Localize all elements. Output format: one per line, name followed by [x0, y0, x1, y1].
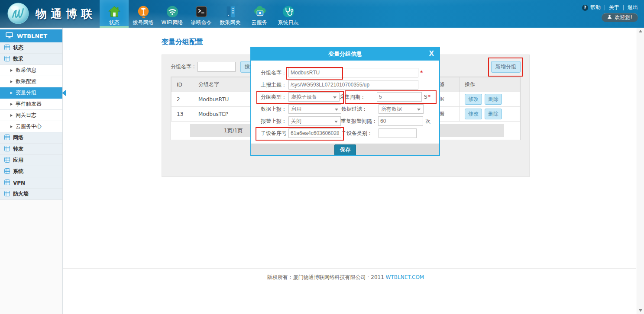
top-nav: 状态 拨号网络 — [100, 0, 303, 28]
welcome-button[interactable]: 欢迎您! — [602, 13, 638, 22]
col-id: ID — [172, 77, 193, 92]
field-label: 数据过滤： — [341, 106, 379, 113]
field-label: 分组类型： — [261, 93, 288, 101]
selected-option: 所有数据 — [381, 106, 402, 113]
sidebar-item-data-config[interactable]: 数采配置 — [0, 76, 62, 87]
sidebar-item-label: 网关日志 — [16, 112, 36, 119]
divider — [623, 5, 624, 10]
close-icon[interactable]: X — [429, 50, 434, 58]
tab-diagnostic-command[interactable]: 诊断命令 — [187, 0, 216, 28]
dialog-footer: 保存 — [251, 144, 439, 155]
sidebar: WTBLNET 状态 数采 数采信息 数采配置 变量分组 事件触发器 网关日 — [0, 28, 63, 314]
scrollbar[interactable] — [637, 28, 644, 314]
terminal-icon — [194, 3, 208, 19]
caret-right-icon — [10, 92, 13, 94]
dialog-titlebar: 变量分组信息 X — [251, 48, 439, 61]
logout-link[interactable]: 退出 — [628, 4, 638, 11]
col-actions: 操作 — [460, 77, 520, 92]
sidebar-item-firewall[interactable]: 防火墙 — [0, 189, 62, 200]
sidebar-item-cloud-center[interactable]: 云服务中心 — [0, 121, 62, 132]
sidebar-item-data-info[interactable]: 数采信息 — [0, 65, 62, 76]
sidebar-item-variable-group[interactable]: 变量分组 — [0, 87, 62, 99]
topbar: 物通博联 状态 — [0, 0, 644, 28]
collect-period-input[interactable] — [377, 92, 422, 102]
tab-cloud-service[interactable]: 云服务 — [245, 0, 274, 28]
sidebar-item-application[interactable]: 应用 — [0, 155, 62, 166]
caret-right-icon — [10, 80, 13, 83]
add-group-button[interactable]: 新增分组 — [491, 61, 521, 73]
tab-data-gateway[interactable]: 数采网关 — [216, 0, 245, 28]
tab-system-log[interactable]: 系统日志 — [274, 0, 303, 28]
home-icon — [107, 3, 121, 19]
field-label: 分组名字： — [261, 69, 288, 77]
tab-status[interactable]: 状态 — [100, 0, 129, 28]
sidebar-item-vpn[interactable]: VPN — [0, 177, 62, 189]
server-icon — [223, 3, 237, 19]
sidebar-item-label: 事件触发器 — [16, 100, 42, 108]
sidebar-item-forward[interactable]: 转发 — [0, 144, 62, 155]
caret-right-icon — [10, 69, 13, 72]
alarm-report-select[interactable]: 关闭 — [288, 116, 341, 126]
sub-device-type-input[interactable] — [379, 128, 417, 138]
help-link[interactable]: 帮助 — [590, 4, 601, 11]
sidebar-item-label: VPN — [13, 180, 25, 186]
sidebar-item-label: 数采 — [13, 55, 23, 63]
save-button[interactable]: 保存 — [334, 144, 356, 155]
selected-option: 关闭 — [291, 118, 301, 125]
table-icon — [4, 191, 10, 198]
sidebar-item-event-trigger[interactable]: 事件触发器 — [0, 99, 62, 110]
cell-actions: 修改删除 — [460, 107, 520, 122]
wtblnet-link[interactable]: WTBLNET.COM — [386, 274, 424, 280]
monitor-icon — [6, 32, 13, 40]
group-type-select[interactable]: 虚拟子设备 — [288, 92, 340, 102]
alarm-report-row: 报警上报： 关闭 重复报警间隔： 次 — [261, 116, 430, 126]
user-icon — [607, 14, 612, 21]
caret-right-icon — [10, 125, 13, 128]
stethoscope-icon — [282, 3, 295, 19]
pagination-label: 1页/1页 — [224, 127, 243, 135]
scroll-up-icon[interactable] — [639, 30, 642, 32]
sidebar-item-network[interactable]: 网络 — [0, 132, 62, 144]
scroll-down-icon[interactable] — [639, 309, 642, 312]
logo-sphere-icon — [7, 2, 29, 26]
brand-logo: 物通博联 — [7, 2, 96, 26]
delete-button[interactable]: 删除 — [485, 94, 502, 105]
footer: 版权所有：厦门物通博联网络科技有限公司 · 2011 WTBLNET.COM — [162, 274, 530, 281]
brand-name: 物通博联 — [36, 6, 96, 22]
search-input[interactable] — [197, 62, 236, 72]
delete-button[interactable]: 删除 — [485, 109, 502, 119]
sub-device-serial-input[interactable] — [288, 128, 341, 138]
edit-button[interactable]: 修改 — [465, 109, 482, 119]
data-report-select[interactable]: 启用 — [288, 104, 341, 114]
tab-dial-network[interactable]: 拨号网络 — [129, 0, 158, 28]
field-label: 采集周期： — [340, 93, 377, 101]
dialog-body: 分组名字： * 上报主题： 分组类型： 虚拟子设备 采集周期： S* 数据上报： — [251, 61, 439, 144]
tab-label: 拨号网络 — [133, 19, 154, 26]
tab-wifi-network[interactable]: WIFI网络 — [158, 0, 187, 28]
wifi-icon — [165, 3, 179, 19]
welcome-label: 欢迎您! — [615, 14, 632, 21]
sidebar-item-data-collect[interactable]: 数采 — [0, 54, 62, 65]
edit-button[interactable]: 修改 — [465, 94, 482, 105]
tab-label: 系统日志 — [278, 19, 299, 26]
search-label: 分组名字 : — [171, 63, 195, 70]
cell-id: 2 — [172, 92, 193, 107]
sidebar-item-label: 数采信息 — [16, 67, 36, 74]
dialog-title: 变量分组信息 — [328, 50, 362, 58]
about-link[interactable]: 关于 — [609, 4, 619, 11]
sidebar-item-label: 转发 — [13, 145, 23, 153]
unit-label: S — [424, 94, 427, 100]
data-report-row: 数据上报： 启用 数据过滤： 所有数据 — [261, 104, 430, 114]
tab-label: 诊断命令 — [191, 19, 212, 26]
sidebar-item-system[interactable]: 系统 — [0, 166, 62, 177]
data-filter-select[interactable]: 所有数据 — [379, 104, 424, 114]
sidebar-item-gateway-log[interactable]: 网关日志 — [0, 110, 62, 121]
table-icon — [4, 135, 10, 141]
topbar-links: ? 帮助 关于 退出 — [582, 4, 638, 11]
alarm-interval-input[interactable] — [378, 116, 423, 126]
variable-group-dialog: 变量分组信息 X 分组名字： * 上报主题： 分组类型： 虚拟子设备 采集周期：… — [250, 47, 440, 156]
cloud-icon — [252, 3, 267, 19]
group-name-input[interactable] — [288, 68, 418, 77]
report-topic-input[interactable] — [288, 80, 418, 90]
sidebar-item-status[interactable]: 状态 — [0, 42, 62, 54]
